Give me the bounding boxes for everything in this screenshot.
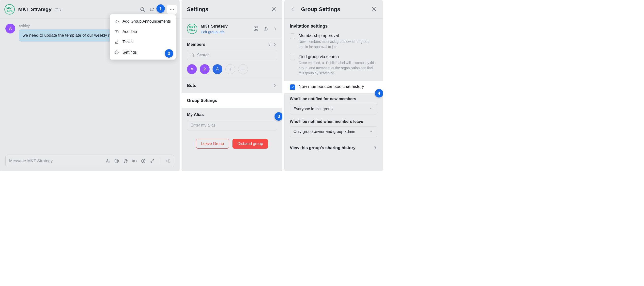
notify-leave-select[interactable]: Only group owner and group admin (290, 126, 377, 137)
back-icon[interactable] (290, 7, 296, 12)
scissors-icon[interactable]: ▾ (132, 158, 137, 164)
group-settings-title: Group Settings (301, 6, 340, 13)
member-avatar[interactable] (200, 64, 210, 74)
dd-add-announcements[interactable]: Add Group Announcements (110, 16, 176, 27)
expand-icon[interactable] (150, 158, 155, 164)
sharing-history-row[interactable]: View this group's sharing history (290, 142, 377, 150)
settings-header: Settings (182, 0, 282, 19)
svg-point-11 (116, 160, 116, 161)
group-avatar: MKT Stra (187, 24, 197, 34)
select-value: Only group owner and group admin (294, 129, 355, 134)
invitation-settings-heading: Invitation settings (290, 24, 377, 29)
share-icon[interactable] (263, 26, 268, 32)
composer-placeholder: Message MKT Strategy (9, 158, 105, 163)
svg-point-9 (116, 52, 117, 53)
step-badge-4: 4 (375, 89, 383, 98)
member-count-value: 3 (59, 7, 61, 11)
group-title: MKT Strategy (18, 7, 52, 12)
svg-point-7 (173, 9, 174, 10)
emoji-icon[interactable] (114, 158, 120, 164)
chat-history-option[interactable]: New members can see chat history (284, 81, 383, 93)
message-composer[interactable]: Message MKT Strategy Aa @ ▾ (6, 155, 174, 167)
membership-approval-option[interactable]: Membership approval New members must ask… (290, 33, 377, 50)
group-actions: Leave Group Disband group (182, 134, 282, 151)
chat-panel: MKT Stra MKT Strategy 3 1 Add Group Anno… (0, 0, 180, 171)
members-count: 3 (268, 42, 270, 47)
option-label: Find group via search (299, 54, 377, 59)
step-badge-3: 3 (274, 112, 282, 121)
select-value: Everyone in this group (294, 107, 332, 111)
chevron-right-icon[interactable] (272, 42, 277, 47)
search-icon[interactable] (138, 5, 147, 14)
my-alias-label: My Alias (187, 112, 204, 117)
bots-label: Bots (187, 83, 196, 88)
add-attachment-icon[interactable] (141, 158, 146, 164)
member-avatars: A A (187, 64, 277, 74)
leave-group-button[interactable]: Leave Group (196, 139, 229, 149)
chevron-right-icon (272, 83, 277, 88)
font-icon[interactable]: Aa (105, 158, 111, 164)
sharing-history-label: View this group's sharing history (290, 145, 356, 150)
dd-label: Add Group Announcements (122, 19, 171, 24)
svg-point-0 (55, 8, 56, 9)
tasks-icon (114, 40, 119, 45)
group-settings-panel: Group Settings Invitation settings Membe… (284, 0, 383, 171)
close-icon[interactable] (372, 7, 377, 12)
send-icon[interactable] (165, 158, 170, 164)
option-description: Once enabled, a "Public" label will acco… (299, 60, 377, 76)
member-search-input[interactable]: Search (187, 50, 277, 60)
add-member-button[interactable] (225, 64, 235, 74)
option-label: Membership approval (299, 33, 377, 38)
notify-new-select[interactable]: Everyone in this group (290, 104, 377, 114)
member-avatar[interactable]: A (187, 64, 197, 74)
chevron-down-icon (369, 129, 374, 134)
chevron-right-icon[interactable] (273, 27, 278, 31)
remove-member-button[interactable] (238, 64, 248, 74)
svg-point-1 (57, 8, 58, 9)
member-avatar[interactable]: A (212, 64, 222, 74)
more-menu-button[interactable] (167, 5, 176, 14)
dd-add-tab[interactable]: Add Tab (110, 27, 176, 37)
svg-point-12 (117, 160, 118, 161)
dd-label: Settings (122, 50, 137, 55)
group-info-row: MKT Stra MKT Strategy Edit group info (182, 19, 282, 38)
svg-point-19 (191, 54, 194, 56)
dd-tasks[interactable]: Tasks (110, 37, 176, 47)
chevron-down-icon (369, 107, 374, 111)
group-settings-label: Group Settings (187, 98, 217, 103)
svg-point-2 (141, 8, 144, 11)
settings-panel: Settings MKT Stra MKT Strategy Edit grou… (182, 0, 282, 171)
mention-icon[interactable]: @ (123, 158, 128, 164)
members-label: Members (187, 42, 206, 47)
step-badge-2: 2 (165, 49, 173, 58)
checkbox-unchecked[interactable] (290, 55, 295, 60)
qr-code-icon[interactable] (253, 26, 258, 32)
option-label: New members can see chat history (299, 84, 364, 89)
close-icon[interactable] (271, 7, 277, 12)
person-icon (202, 67, 207, 71)
chevron-right-icon (373, 146, 377, 150)
alias-placeholder: Enter my alias (191, 123, 216, 128)
edit-group-info-link[interactable]: Edit group info (201, 30, 228, 34)
svg-point-5 (170, 9, 171, 10)
notify-leave-heading: Who'll be notified when members leave (290, 119, 377, 124)
svg-point-20 (204, 68, 206, 69)
find-via-search-option[interactable]: Find group via search Once enabled, a "P… (290, 54, 377, 76)
sender-avatar[interactable]: A (6, 24, 15, 34)
gear-icon (114, 50, 119, 55)
group-settings-row[interactable]: Group Settings (182, 93, 282, 108)
bots-row[interactable]: Bots (182, 78, 282, 93)
member-count-chip: 3 (54, 7, 61, 11)
group-name: MKT Strategy (201, 24, 228, 29)
group-settings-header: Group Settings (284, 0, 383, 19)
checkbox-unchecked[interactable] (290, 34, 295, 39)
svg-point-6 (172, 9, 172, 10)
svg-point-10 (115, 159, 119, 163)
group-avatar: MKT Stra (4, 4, 15, 15)
alias-input[interactable]: Enter my alias (187, 120, 277, 130)
svg-rect-17 (256, 27, 258, 28)
video-call-icon[interactable] (148, 5, 157, 14)
checkbox-checked[interactable] (290, 84, 295, 90)
disband-group-button[interactable]: Disband group (232, 139, 268, 149)
dd-label: Add Tab (122, 30, 137, 34)
